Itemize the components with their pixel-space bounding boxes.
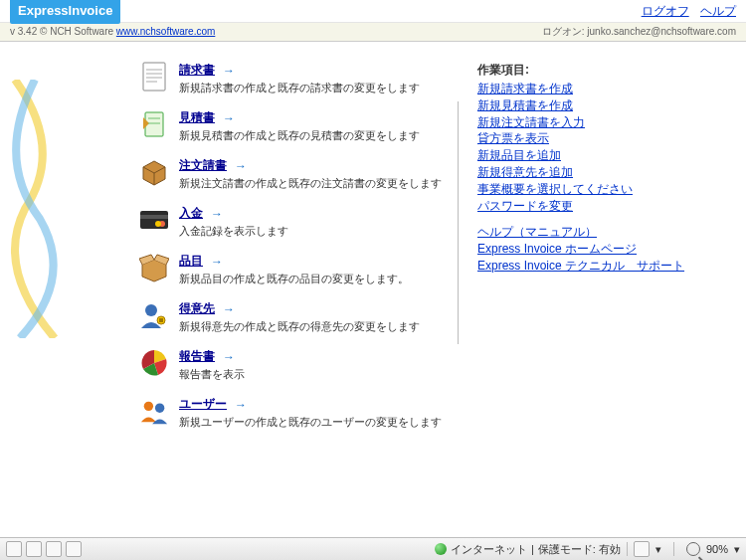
menu-reports[interactable]: 報告書→ 報告書を表示 <box>139 348 448 382</box>
menu-customers[interactable]: 得意先→ 新規得意先の作成と既存の得意先の変更をします <box>139 300 448 334</box>
pie-chart-icon <box>139 348 169 378</box>
help-link[interactable]: ヘルプ <box>700 4 736 18</box>
logoff-link[interactable]: ログオフ <box>642 4 689 18</box>
menu-payment-title[interactable]: 入金 <box>179 205 203 222</box>
version-prefix: v 3.42 © NCH Software <box>10 26 116 37</box>
menu-quote-desc: 新規見積書の作成と既存の見積書の変更をします <box>179 128 448 143</box>
side-heading: 作業項目: <box>477 62 716 79</box>
arrow-icon: → <box>223 111 235 125</box>
vertical-divider <box>458 101 459 344</box>
menu-order[interactable]: 注文請書→ 新規注文請書の作成と既存の注文請書の変更をします <box>139 157 448 191</box>
menu-quote[interactable]: 見積書→ 新規見積書の作成と既存の見積書の変更をします <box>139 109 448 143</box>
open-box-icon <box>139 253 169 282</box>
protected-mode-text: 保護モード: 有効 <box>538 542 621 557</box>
menu-invoice-desc: 新規請求書の作成と既存の請求書の変更をします <box>179 81 448 95</box>
header-links: ログオフ ヘルプ <box>634 0 736 22</box>
menu-customers-title[interactable]: 得意先 <box>179 300 215 317</box>
arrow-icon: → <box>235 159 247 173</box>
customer-icon <box>139 300 169 330</box>
menu-users-title[interactable]: ユーザー <box>179 396 227 413</box>
sb-icon[interactable] <box>634 541 650 557</box>
package-icon <box>139 157 169 187</box>
menu-quote-title[interactable]: 見積書 <box>179 109 215 126</box>
menu-reports-desc: 報告書を表示 <box>179 367 448 382</box>
sb-icon[interactable] <box>66 541 82 557</box>
side-link[interactable]: 新規注文請書を入力 <box>477 114 716 131</box>
svg-point-15 <box>144 402 153 411</box>
arrow-icon: → <box>235 398 247 412</box>
sb-icon[interactable] <box>6 541 22 557</box>
vendor-link[interactable]: www.nchsoftware.com <box>116 26 215 37</box>
login-status: ログオン: junko.sanchez@nchsoftware.com <box>542 23 736 41</box>
menu-items-desc: 新規品目の作成と既存の品目の変更をします。 <box>179 272 448 286</box>
menu-items[interactable]: 品目→ 新規品目の作成と既存の品目の変更をします。 <box>139 253 448 286</box>
menu-customers-desc: 新規得意先の作成と既存の得意先の変更をします <box>179 319 448 334</box>
internet-zone-icon <box>435 543 447 555</box>
arrow-icon: → <box>223 302 235 316</box>
side-link[interactable]: 貸方票を表示 <box>477 130 716 147</box>
zoom-level[interactable]: 90% <box>706 543 728 555</box>
svg-rect-0 <box>143 63 165 91</box>
zoom-icon[interactable] <box>686 542 700 556</box>
app-logo: ExpressInvoice <box>10 0 120 24</box>
arrow-icon: → <box>211 207 223 221</box>
menu-invoice[interactable]: 請求書→ 新規請求書の作成と既存の請求書の変更をします <box>139 62 448 95</box>
users-icon <box>139 396 169 426</box>
menu-users-desc: 新規ユーザーの作成と既存のユーザーの変更をします <box>179 415 448 430</box>
arrow-icon: → <box>223 350 235 364</box>
credit-card-icon <box>139 205 169 235</box>
side-link[interactable]: 事業概要を選択してください <box>477 181 716 198</box>
arrow-icon: → <box>223 64 235 78</box>
svg-point-16 <box>155 404 164 413</box>
version-text: v 3.42 © NCH Software www.nchsoftware.co… <box>10 23 215 41</box>
invoice-icon <box>139 62 169 92</box>
menu-reports-title[interactable]: 報告書 <box>179 348 215 365</box>
quote-icon <box>139 109 169 139</box>
side-support-link[interactable]: Express Invoice テクニカル サポート <box>477 258 716 275</box>
zone-text: インターネット <box>451 542 527 557</box>
status-bar: インターネット | 保護モード: 有効 ▾ 90% ▾ <box>0 537 746 560</box>
menu-order-title[interactable]: 注文請書 <box>179 157 227 174</box>
svg-point-11 <box>155 221 161 227</box>
sb-icon[interactable] <box>26 541 42 557</box>
menu-payment-desc: 入金記録を表示します <box>179 224 448 239</box>
menu-invoice-title[interactable]: 請求書 <box>179 62 215 79</box>
side-link[interactable]: 新規請求書を作成 <box>477 81 716 97</box>
svg-point-12 <box>145 304 157 316</box>
menu-order-desc: 新規注文請書の作成と既存の注文請書の変更をします <box>179 176 448 191</box>
side-link[interactable]: 新規見積書を作成 <box>477 97 716 114</box>
menu-users[interactable]: ユーザー→ 新規ユーザーの作成と既存のユーザーの変更をします <box>139 396 448 430</box>
side-link[interactable]: パスワードを変更 <box>477 198 716 215</box>
side-help-link[interactable]: ヘルプ（マニュアル） <box>477 224 716 241</box>
arrow-icon: → <box>211 255 223 269</box>
main-menu: 請求書→ 新規請求書の作成と既存の請求書の変更をします 見積書→ 新規見積書の作… <box>139 62 448 444</box>
menu-items-title[interactable]: 品目 <box>179 253 203 270</box>
svg-rect-9 <box>140 215 168 219</box>
svg-rect-14 <box>159 318 163 322</box>
side-homepage-link[interactable]: Express Invoice ホームページ <box>477 241 716 258</box>
side-link[interactable]: 新規品目を追加 <box>477 147 716 164</box>
menu-payment[interactable]: 入金→ 入金記録を表示します <box>139 205 448 239</box>
side-panel: 作業項目: 新規請求書を作成 新規見積書を作成 新規注文請書を入力 貸方票を表示… <box>477 62 716 444</box>
side-link[interactable]: 新規得意先を追加 <box>477 164 716 181</box>
sb-icon[interactable] <box>46 541 62 557</box>
